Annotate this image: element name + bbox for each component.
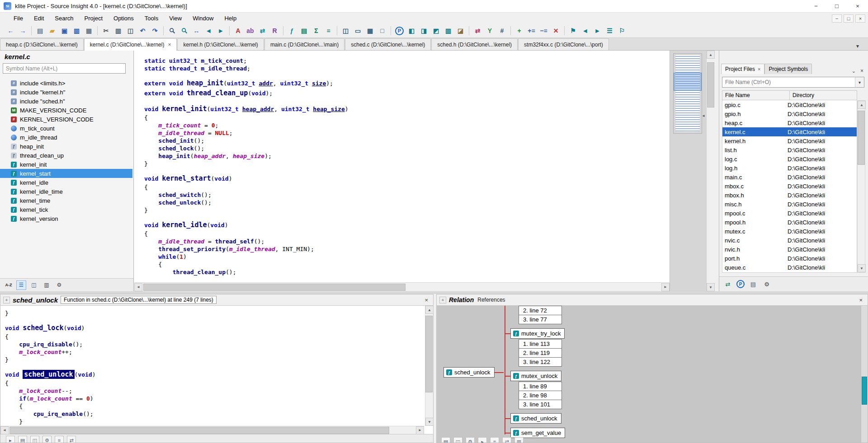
- search-project-icon[interactable]: [179, 26, 190, 36]
- relation-reference[interactable]: 3. line 77: [519, 315, 562, 324]
- symbol-search-input[interactable]: [3, 63, 126, 74]
- docked-toolbar-icon[interactable]: ⚙: [466, 437, 475, 443]
- paste-icon[interactable]: ◫: [125, 26, 136, 36]
- menu-help[interactable]: Help: [219, 14, 242, 23]
- mdi-minimize-button[interactable]: −: [832, 14, 842, 23]
- context-vertical-scrollbar[interactable]: ▲ ▼: [425, 306, 433, 426]
- tile-horizontal-icon[interactable]: ▭: [352, 26, 363, 36]
- scroll-right-icon[interactable]: ►: [416, 426, 424, 434]
- minimize-button[interactable]: −: [806, 0, 826, 12]
- scrollbar-thumb[interactable]: [143, 284, 406, 291]
- file-row-log-h[interactable]: log.hD:\GitClone\kli: [722, 163, 857, 173]
- relation-reference[interactable]: 2. line 119: [519, 348, 562, 358]
- context-code[interactable]: }void sched_lock(void){ cpu_irq_disable(…: [5, 306, 424, 426]
- panel-menu-chevron-icon[interactable]: ⌄: [850, 68, 858, 74]
- symbol-item-kernel_idle_time[interactable]: ƒkernel_idle_time: [0, 187, 132, 196]
- docked-toolbar-icon[interactable]: ▸: [6, 436, 15, 443]
- editor-text[interactable]: static uint32_t m_tick_count;static thre…: [144, 57, 670, 282]
- editor-horizontal-scrollbar[interactable]: ◄ ►: [134, 282, 670, 291]
- relation-reference[interactable]: 1. line 113: [519, 339, 562, 349]
- menu-options[interactable]: Options: [108, 14, 139, 23]
- scroll-up-icon[interactable]: ▲: [707, 51, 715, 59]
- save-icon[interactable]: ▣: [59, 26, 70, 36]
- group-view-icon[interactable]: ◫: [29, 280, 39, 290]
- maximize-button[interactable]: □: [826, 0, 847, 12]
- parse-source-icon[interactable]: ⇄: [257, 26, 268, 36]
- project-symbols-icon[interactable]: Σ: [311, 26, 322, 36]
- symbol-browser-icon[interactable]: ƒ: [286, 26, 297, 36]
- docked-toolbar-icon[interactable]: ⇄: [502, 437, 511, 443]
- scroll-down-icon[interactable]: ▼: [425, 418, 434, 426]
- relation-graph[interactable]: ƒ sched_unlock 2. line 723. line 77ƒmute…: [437, 306, 861, 443]
- scrollbar-thumb[interactable]: [9, 427, 389, 434]
- tile-vertical-icon[interactable]: ◫: [340, 26, 351, 36]
- relation-close-icon[interactable]: ×: [857, 297, 865, 303]
- scrollbar-thumb[interactable]: [425, 316, 433, 392]
- bookmark-toggle-icon[interactable]: ⚑: [567, 26, 579, 36]
- menu-edit[interactable]: Edit: [28, 14, 49, 23]
- project-window-icon[interactable]: P: [395, 27, 404, 35]
- tab-sched-c[interactable]: sched.c (D:\GitClone\...\kernel): [345, 38, 431, 50]
- file-row-mpool-c[interactable]: mpool.cD:\GitClone\kli: [722, 209, 857, 218]
- add-line-icon[interactable]: +: [514, 26, 525, 36]
- relation-reference[interactable]: 3. line 101: [519, 400, 562, 409]
- file-row-main-c[interactable]: main.cD:\GitClone\kli: [722, 173, 857, 182]
- file-row-gpio-h[interactable]: gpio.hD:\GitClone\kli: [722, 109, 857, 118]
- docked-toolbar-icon[interactable]: ≡: [490, 437, 499, 443]
- tab-heap-c[interactable]: heap.c (D:\GitClone\...\kernel): [0, 38, 84, 50]
- file-row-misc-h[interactable]: misc.hD:\GitClone\kli: [722, 200, 857, 209]
- symbol-item-thread_clean_up[interactable]: ƒthread_clean_up: [0, 151, 132, 160]
- menu-window[interactable]: Window: [187, 14, 219, 23]
- file-row-kernel-c[interactable]: kernel.cD:\GitClone\kli: [722, 127, 857, 136]
- docked-toolbar-icon[interactable]: ▤: [18, 436, 27, 443]
- symbol-item-kernel_idle[interactable]: ƒkernel_idle: [0, 178, 132, 187]
- replace-icon[interactable]: ↔: [191, 26, 202, 36]
- new-file-icon[interactable]: ▤: [34, 26, 46, 36]
- scroll-left-icon[interactable]: ◄: [134, 283, 142, 291]
- back-icon[interactable]: ←: [5, 26, 16, 36]
- file-row-mbox-h[interactable]: mbox.hD:\GitClone\kli: [722, 191, 857, 200]
- copy-icon[interactable]: ▥: [113, 26, 124, 36]
- menu-file[interactable]: File: [8, 14, 28, 23]
- project-window-icon[interactable]: P: [736, 280, 745, 288]
- context-window-toggle-icon[interactable]: ◨: [418, 26, 429, 36]
- open-file-icon[interactable]: ▰: [47, 26, 58, 36]
- relation-reference[interactable]: 2. line 98: [519, 391, 562, 400]
- settings-gear-icon[interactable]: ⚙: [762, 280, 772, 289]
- file-row-kernel-h[interactable]: kernel.hD:\GitClone\kli: [722, 136, 857, 145]
- scroll-down-icon[interactable]: ▼: [858, 264, 866, 272]
- delete-icon[interactable]: ✕: [550, 26, 561, 36]
- docked-toolbar-icon[interactable]: ▥: [514, 437, 524, 443]
- docked-toolbar-icon[interactable]: ◫: [30, 436, 39, 443]
- file-row-list-h[interactable]: list.hD:\GitClone\kli: [722, 145, 857, 154]
- clip-window-icon[interactable]: ▥: [443, 26, 454, 36]
- docked-toolbar-icon[interactable]: ▸: [478, 437, 487, 443]
- highlight-word-icon[interactable]: A: [232, 26, 244, 36]
- list-view-icon[interactable]: ☰: [16, 280, 26, 290]
- dock-handle-icon[interactable]: +: [3, 297, 10, 303]
- tab-close-icon[interactable]: ×: [168, 42, 171, 48]
- file-row-heap-c[interactable]: heap.cD:\GitClone\kli: [722, 118, 857, 127]
- symbol-item-kernel_version[interactable]: ƒkernel_version: [0, 214, 132, 223]
- tab-stm32f4xx-c[interactable]: stm32f4xx.c (D:\GitClone\...\port): [518, 38, 609, 50]
- symbol-item-heap_init[interactable]: ƒheap_init: [0, 142, 132, 151]
- combo-dropdown-icon[interactable]: ▾: [855, 77, 864, 87]
- symbol-item-kernel_tick[interactable]: ƒkernel_tick: [0, 205, 132, 214]
- file-row-port-h[interactable]: port.hD:\GitClone\kli: [722, 254, 857, 263]
- relation-node-mutex_unlock[interactable]: ƒmutex_unlock: [510, 371, 561, 381]
- minimap-viewport[interactable]: [674, 73, 702, 91]
- editor-vertical-scrollbar[interactable]: ▲ ▼: [706, 51, 715, 291]
- reference-list-icon[interactable]: ≡: [323, 26, 334, 36]
- relation-node-root[interactable]: ƒ sched_unlock: [443, 367, 495, 378]
- mdi-restore-button[interactable]: □: [844, 14, 854, 23]
- symbol-item-include-limits-h[interactable]: #include <limits.h>: [0, 79, 132, 88]
- file-row-gpio-c[interactable]: gpio.cD:\GitClone\kli: [722, 100, 857, 109]
- file-row-mbox-c[interactable]: mbox.cD:\GitClone\kli: [722, 182, 857, 191]
- tab-project-symbols[interactable]: Project Symbols: [764, 64, 812, 74]
- tab-kernel-c[interactable]: kernel.c (D:\GitClone\...\kernel)×: [84, 38, 177, 51]
- column-directory[interactable]: Directory: [790, 90, 857, 100]
- symbol-window-toggle-icon[interactable]: ◧: [406, 26, 417, 36]
- symbol-item-include-kernel-h[interactable]: #include "kernel.h": [0, 88, 132, 97]
- menu-tools[interactable]: Tools: [139, 14, 164, 23]
- menu-search[interactable]: Search: [49, 14, 79, 23]
